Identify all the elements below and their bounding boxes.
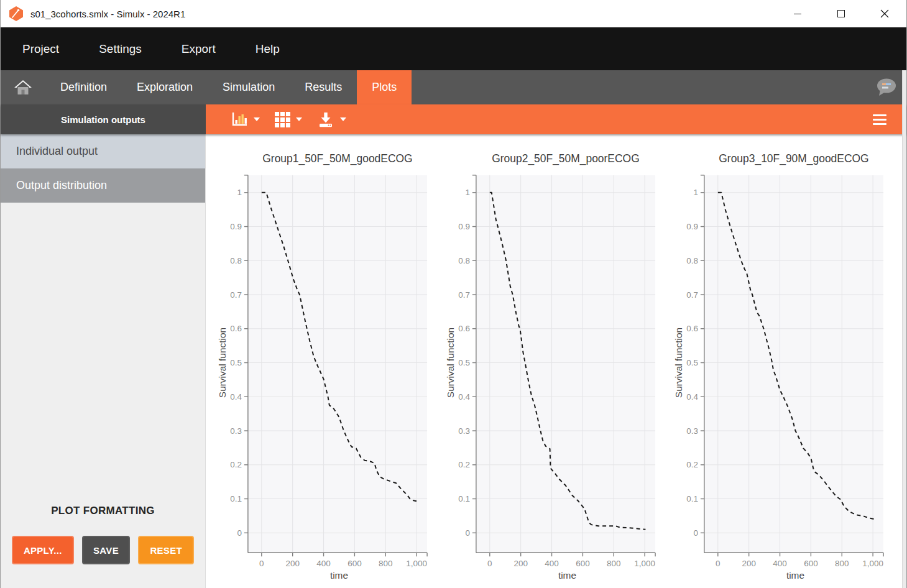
y-tick-label: 0.8 bbox=[458, 256, 470, 265]
survival-plot[interactable]: 00.10.20.30.40.50.60.70.80.9102004006008… bbox=[218, 149, 446, 588]
y-axis-label: Survival function bbox=[218, 328, 228, 398]
x-tick-label: 800 bbox=[379, 559, 392, 568]
plot-type-button[interactable] bbox=[229, 109, 261, 130]
home-icon bbox=[14, 79, 32, 96]
sidebar-item-output-distribution[interactable]: Output distribution bbox=[1, 168, 205, 203]
plot-background bbox=[248, 175, 427, 553]
plot-title: Group1_50F_50M_goodECOG bbox=[262, 152, 412, 165]
y-tick-label: 0.9 bbox=[230, 222, 242, 231]
y-tick-label: 0.1 bbox=[686, 494, 698, 503]
y-tick-label: 0.5 bbox=[230, 358, 242, 367]
plot-background bbox=[476, 175, 655, 553]
plot-title: Group3_10F_90M_goodECOG bbox=[719, 152, 868, 165]
x-tick-label: 1,000 bbox=[862, 559, 883, 568]
window-controls bbox=[776, 0, 906, 27]
y-tick-label: 0.6 bbox=[230, 324, 242, 333]
grid-layout-icon bbox=[275, 112, 290, 127]
minimize-button[interactable] bbox=[776, 0, 819, 27]
menu-item-project[interactable]: Project bbox=[21, 39, 60, 60]
sidebar-item-individual-output[interactable]: Individual output bbox=[1, 134, 205, 168]
x-axis-label: time bbox=[786, 570, 804, 581]
y-tick-label: 0.3 bbox=[458, 426, 470, 436]
x-tick-label: 400 bbox=[773, 559, 786, 568]
maximize-button[interactable] bbox=[819, 0, 863, 27]
titlebar: s01_3cohorts.smlx - Simulx - 2024R1 bbox=[1, 0, 906, 27]
grid-layout-button[interactable] bbox=[274, 109, 303, 130]
menu-item-help[interactable]: Help bbox=[254, 39, 281, 60]
home-button[interactable] bbox=[1, 70, 45, 104]
x-tick-label: 800 bbox=[835, 559, 849, 568]
y-tick-label: 0.4 bbox=[686, 392, 698, 402]
x-tick-label: 0 bbox=[716, 559, 720, 568]
y-tick-label: 0.6 bbox=[458, 324, 470, 333]
y-tick-label: 0.2 bbox=[686, 460, 698, 469]
chevron-down-icon bbox=[254, 117, 260, 121]
x-tick-label: 0 bbox=[487, 559, 492, 568]
download-icon bbox=[317, 111, 334, 128]
x-tick-label: 200 bbox=[513, 559, 527, 568]
x-tick-label: 400 bbox=[316, 559, 330, 568]
x-tick-label: 800 bbox=[607, 559, 620, 568]
tab-exploration[interactable]: Exploration bbox=[122, 70, 208, 104]
plot-panel-group2[interactable]: 00.10.20.30.40.50.60.70.80.9102004006008… bbox=[446, 149, 674, 588]
x-tick-label: 1,000 bbox=[406, 559, 427, 568]
chevron-down-icon bbox=[340, 117, 346, 121]
save-button[interactable]: SAVE bbox=[82, 536, 131, 564]
chevron-down-icon bbox=[296, 117, 302, 121]
export-plots-button[interactable] bbox=[316, 109, 348, 131]
y-tick-label: 0.5 bbox=[686, 358, 698, 367]
navbar-spacer bbox=[412, 70, 865, 104]
tab-plots[interactable]: Plots bbox=[357, 70, 412, 104]
apply-button[interactable]: APPLY... bbox=[12, 536, 74, 564]
feedback-button[interactable] bbox=[865, 70, 906, 104]
close-button[interactable] bbox=[863, 0, 906, 27]
y-tick-label: 1 bbox=[693, 188, 698, 197]
y-tick-label: 0.7 bbox=[686, 290, 698, 300]
y-tick-label: 0.4 bbox=[230, 392, 242, 402]
y-axis-label: Survival function bbox=[674, 328, 684, 398]
y-tick-label: 0 bbox=[693, 528, 698, 538]
plot-panel-group1[interactable]: 00.10.20.30.40.50.60.70.80.9102004006008… bbox=[218, 149, 446, 588]
hamburger-menu-icon bbox=[873, 114, 886, 125]
x-tick-label: 400 bbox=[545, 559, 558, 568]
x-tick-label: 600 bbox=[804, 559, 817, 568]
y-tick-label: 0.1 bbox=[230, 494, 242, 503]
x-tick-label: 600 bbox=[348, 559, 361, 568]
y-tick-label: 0.9 bbox=[686, 222, 698, 231]
x-tick-label: 200 bbox=[742, 559, 755, 568]
reset-button[interactable]: RESET bbox=[138, 536, 194, 564]
y-tick-label: 0.1 bbox=[458, 494, 470, 503]
minimize-icon bbox=[794, 14, 801, 14]
content-area: Individual output Output distribution PL… bbox=[1, 134, 906, 588]
x-axis-label: time bbox=[558, 570, 576, 581]
tab-simulation[interactable]: Simulation bbox=[208, 70, 290, 104]
feedback-bubble-icon bbox=[874, 78, 898, 98]
close-icon bbox=[880, 9, 889, 18]
y-tick-label: 0 bbox=[237, 528, 241, 538]
x-axis-label: time bbox=[330, 570, 348, 581]
y-tick-label: 1 bbox=[465, 188, 469, 197]
y-tick-label: 0 bbox=[465, 528, 469, 538]
y-tick-label: 0.5 bbox=[458, 358, 470, 367]
sidebar-header: Simulation outputs bbox=[1, 104, 206, 134]
survival-plot[interactable]: 00.10.20.30.40.50.60.70.80.9102004006008… bbox=[674, 149, 903, 588]
survival-plot[interactable]: 00.10.20.30.40.50.60.70.80.9102004006008… bbox=[446, 149, 674, 588]
y-tick-label: 0.2 bbox=[458, 460, 470, 469]
plots-toolbar bbox=[206, 104, 906, 134]
y-tick-label: 1 bbox=[237, 188, 241, 197]
maximize-icon bbox=[837, 10, 845, 17]
plots-menu-button[interactable] bbox=[872, 112, 906, 127]
y-axis-label: Survival function bbox=[446, 328, 456, 398]
simulx-logo-icon bbox=[8, 6, 24, 22]
y-tick-label: 0.9 bbox=[458, 222, 470, 231]
window-title: s01_3cohorts.smlx - Simulx - 2024R1 bbox=[30, 9, 185, 19]
menu-item-export[interactable]: Export bbox=[180, 39, 217, 60]
scrollbar-track[interactable] bbox=[902, 70, 906, 588]
submenu-row: Simulation outputs bbox=[1, 104, 906, 134]
tab-definition[interactable]: Definition bbox=[45, 70, 122, 104]
y-tick-label: 0.6 bbox=[686, 324, 698, 333]
menu-item-settings[interactable]: Settings bbox=[98, 39, 143, 60]
x-tick-label: 600 bbox=[576, 559, 589, 568]
plot-panel-group3[interactable]: 00.10.20.30.40.50.60.70.80.9102004006008… bbox=[674, 149, 903, 588]
tab-results[interactable]: Results bbox=[290, 70, 357, 104]
